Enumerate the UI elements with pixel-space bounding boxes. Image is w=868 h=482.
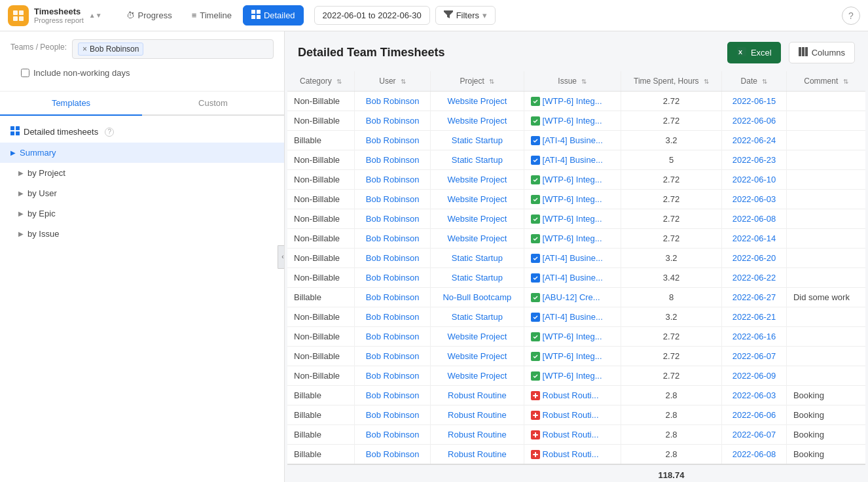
cell-project: Static Startup — [431, 268, 524, 288]
sidebar-collapse-button[interactable]: ‹ — [278, 245, 285, 269]
cell-user: Bob Robinson — [355, 150, 431, 170]
col-user[interactable]: User ⇅ — [355, 71, 431, 92]
cell-time: 2.72 — [621, 190, 722, 209]
cell-issue: Robust Routi... — [524, 405, 621, 425]
cell-user: Bob Robinson — [355, 307, 431, 327]
col-date[interactable]: Date ⇅ — [721, 71, 786, 92]
cell-time: 3.2 — [621, 307, 722, 327]
cell-category: Non-Billable — [287, 111, 355, 131]
issue-icon — [531, 352, 540, 361]
col-issue[interactable]: Issue ⇅ — [524, 71, 621, 92]
help-button[interactable]: ? — [842, 7, 860, 25]
cell-category: Billable — [287, 405, 355, 425]
cell-category: Non-Billable — [287, 170, 355, 190]
cell-date: 2022-06-20 — [721, 249, 786, 268]
cell-user: Bob Robinson — [355, 249, 431, 268]
svg-rect-24 — [535, 452, 536, 457]
filters-button[interactable]: Filters ▾ — [435, 6, 496, 25]
table-row: Non-Billable Bob Robinson Website Projec… — [287, 92, 865, 111]
cell-time: 2.72 — [621, 170, 722, 190]
tab-progress[interactable]: ⏱ Progress — [118, 5, 181, 26]
table-row: Billable Bob Robinson No-Bull Bootcamp [… — [287, 288, 865, 307]
issue-icon — [531, 293, 540, 302]
sidebar-item-by-project[interactable]: ▶ by Project — [0, 163, 284, 183]
svg-rect-11 — [16, 131, 20, 135]
nav-arrows[interactable]: ▲▼ — [89, 12, 102, 19]
app-subtitle: Progress report — [34, 16, 84, 24]
cell-category: Non-Billable — [287, 190, 355, 209]
help-icon-small[interactable]: ? — [105, 128, 114, 137]
include-nonworking-row: Include non-working days — [10, 63, 274, 83]
issue-icon — [531, 136, 540, 145]
cell-project: Website Project — [431, 92, 524, 111]
col-category[interactable]: Category ⇅ — [287, 71, 355, 92]
cell-issue-text: [WTP-6] Integ... — [543, 233, 602, 243]
issue-icon — [531, 273, 540, 283]
timeline-icon: ≡ — [192, 10, 197, 20]
cell-comment — [786, 366, 865, 386]
sidebar-filter: Teams / People: × Bob Robinson Include n… — [0, 31, 284, 92]
tab-templates[interactable]: Templates — [0, 92, 142, 116]
cell-category: Non-Billable — [287, 347, 355, 366]
teams-people-input[interactable]: × Bob Robinson — [72, 39, 274, 59]
svg-rect-22 — [535, 432, 536, 438]
cell-date: 2022-06-09 — [721, 366, 786, 386]
cell-project: Website Project — [431, 229, 524, 249]
filter-label: Teams / People: — [10, 43, 67, 52]
cell-issue: Robust Routi... — [524, 425, 621, 445]
include-nonworking-checkbox[interactable] — [21, 69, 29, 77]
svg-text:X: X — [738, 49, 742, 56]
cell-comment: Did some work — [786, 288, 865, 307]
tab-timeline[interactable]: ≡ Timeline — [183, 5, 240, 26]
sort-icon: ⇅ — [401, 78, 406, 85]
sort-icon: ⇅ — [336, 78, 342, 85]
excel-button[interactable]: X Excel — [727, 42, 781, 63]
cell-date: 2022-06-23 — [721, 150, 786, 170]
table-row: Non-Billable Bob Robinson Static Startup… — [287, 249, 865, 268]
col-time-spent[interactable]: Time Spent, Hours ⇅ — [621, 71, 722, 92]
cell-user: Bob Robinson — [355, 268, 431, 288]
sort-icon: ⇅ — [489, 78, 494, 85]
svg-rect-20 — [535, 413, 536, 418]
columns-button[interactable]: Columns — [789, 42, 855, 63]
cell-project: Website Project — [431, 327, 524, 347]
cell-comment — [786, 92, 865, 111]
cell-issue-text: [ATI-4] Busine... — [543, 253, 603, 263]
cell-comment: Booking — [786, 445, 865, 465]
cell-date: 2022-06-15 — [721, 92, 786, 111]
sidebar-item-by-epic[interactable]: ▶ by Epic — [0, 203, 284, 224]
cell-time: 2.72 — [621, 209, 722, 229]
cell-user: Bob Robinson — [355, 92, 431, 111]
sidebar-item-by-user[interactable]: ▶ by User — [0, 183, 284, 203]
cell-category: Billable — [287, 425, 355, 445]
sidebar-item-detailed-timesheets[interactable]: Detailed timesheets ? — [0, 121, 284, 143]
table-footer-row: 118.74 — [287, 464, 865, 482]
cell-comment — [786, 307, 865, 327]
svg-rect-7 — [257, 15, 261, 19]
cell-issue: [WTP-6] Integ... — [524, 170, 621, 190]
table-wrapper[interactable]: Category ⇅ User ⇅ Project ⇅ Issue — [287, 71, 865, 482]
chevron-right-icon-4: ▶ — [18, 230, 24, 237]
col-comment[interactable]: Comment ⇅ — [786, 71, 865, 92]
svg-rect-5 — [257, 10, 261, 14]
tab-detailed[interactable]: Detailed — [243, 5, 304, 26]
table-row: Non-Billable Bob Robinson Static Startup… — [287, 307, 865, 327]
tab-custom[interactable]: Custom — [142, 92, 284, 116]
col-project[interactable]: Project ⇅ — [431, 71, 524, 92]
cell-issue: Robust Routi... — [524, 445, 621, 465]
filter-tag-x[interactable]: × — [82, 44, 87, 54]
sidebar-item-summary[interactable]: ▶ Summary — [0, 143, 284, 163]
main-layout: Teams / People: × Bob Robinson Include n… — [0, 31, 868, 482]
chevron-down-icon: ▶ — [10, 149, 16, 156]
cell-issue: [ATI-4] Busine... — [524, 150, 621, 170]
cell-issue: [WTP-6] Integ... — [524, 111, 621, 131]
sidebar-item-by-issue[interactable]: ▶ by Issue — [0, 224, 284, 244]
cell-category: Non-Billable — [287, 327, 355, 347]
table-row: Non-Billable Bob Robinson Website Projec… — [287, 209, 865, 229]
cell-time: 2.8 — [621, 425, 722, 445]
cell-user: Bob Robinson — [355, 327, 431, 347]
progress-icon: ⏱ — [126, 10, 135, 20]
date-range-picker[interactable]: 2022-06-01 to 2022-06-30 — [314, 6, 430, 25]
table-row: Billable Bob Robinson Robust Routine Rob… — [287, 425, 865, 445]
svg-rect-18 — [535, 393, 536, 398]
